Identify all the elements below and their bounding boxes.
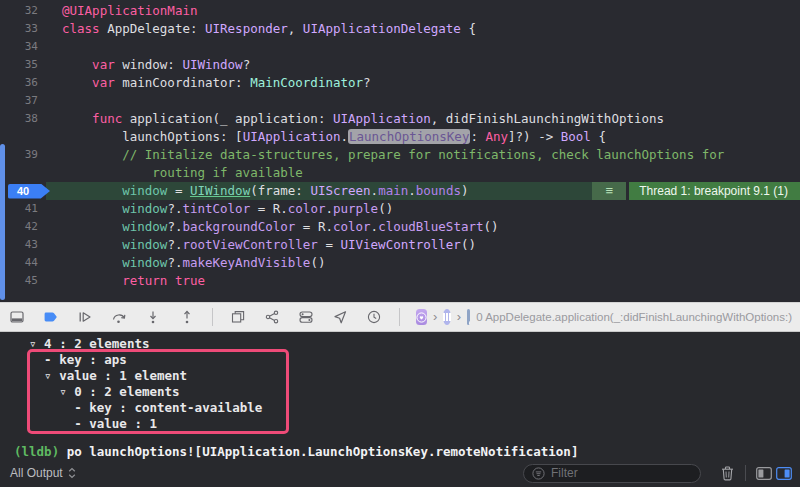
source-change-indicator-bar (0, 144, 5, 300)
stack-frame-label[interactable]: 0 AppDelegate.application(_:didFinishLau… (476, 311, 792, 323)
code-line[interactable]: 41 window?.tintColor = R.color.purple() (0, 200, 800, 218)
code-text: window?.backgroundColor = R.color.cloudB… (46, 218, 499, 236)
line-number[interactable]: 33 (0, 20, 46, 38)
console-output-line: ▿ value : 1 element (14, 368, 800, 384)
line-number[interactable]: 44 (0, 254, 46, 272)
filter-icon (532, 467, 545, 480)
code-line[interactable]: 36 var mainCoordinator: MainCoordinator? (0, 74, 800, 92)
toggle-console-view-button[interactable] (774, 463, 794, 483)
code-text: window?.tintColor = R.color.purple() (46, 200, 393, 218)
line-number[interactable] (0, 128, 46, 146)
updown-chevron-icon (68, 467, 76, 479)
right-panel-icon (776, 467, 792, 480)
line-number[interactable]: 41 (0, 200, 46, 218)
code-line[interactable]: 32@UIApplicationMain (0, 2, 800, 20)
console-output-line: - key : aps (14, 352, 800, 368)
lldb-command-line[interactable]: (lldb) po launchOptions![UIApplication.L… (14, 444, 800, 460)
code-line[interactable]: 35 var window: UIWindow? (0, 56, 800, 74)
code-line[interactable]: routing if available (0, 164, 800, 182)
variable-tree-output: ▿ 4 : 2 elements - key : aps ▿ value : 1… (14, 336, 800, 432)
breakpoint-indicator[interactable]: 40 (8, 184, 50, 199)
code-text (46, 38, 62, 56)
toggle-variables-view-button[interactable] (754, 463, 774, 483)
thread-breakpoint-badge: Thread 1: breakpoint 9.1 (1) (629, 182, 800, 200)
code-text: launchOptions: [UIApplication.LaunchOpti… (46, 128, 606, 146)
toolbar-divider (212, 308, 213, 326)
lldb-prompt: (lldb) (14, 444, 59, 459)
continue-execution-button[interactable] (76, 308, 94, 326)
code-text: var window: UIWindow? (46, 56, 250, 74)
line-number[interactable]: 37 (0, 92, 46, 110)
debug-view-hierarchy-button[interactable] (229, 308, 247, 326)
app-icon[interactable] (416, 309, 427, 325)
code-line[interactable]: 40 window = UIWindow(frame: UIScreen.mai… (0, 182, 800, 200)
code-text: routing if available (46, 164, 303, 182)
console-output-line: - value : 1 (14, 416, 800, 432)
line-number[interactable]: 42 (0, 218, 46, 236)
bottom-bar-divider (745, 465, 746, 481)
code-text: // Initalize data-structures, prepare fo… (46, 146, 724, 164)
console-bottom-bar: All Output Filter (0, 459, 800, 487)
code-line[interactable]: 45 return true (0, 272, 800, 290)
line-number[interactable]: 36 (0, 74, 46, 92)
code-text: class AppDelegate: UIResponder, UIApplic… (46, 20, 476, 38)
stack-frame-icon[interactable] (467, 309, 470, 325)
line-number[interactable]: 32 (0, 2, 46, 20)
code-text: var mainCoordinator: MainCoordinator? (46, 74, 371, 92)
code-line[interactable]: launchOptions: [UIApplication.LaunchOpti… (0, 128, 800, 146)
clock-button[interactable] (365, 308, 383, 326)
console-output-line: - key : content-available (14, 400, 800, 416)
hide-debug-area-button[interactable] (8, 308, 26, 326)
code-line[interactable]: 43 window?.rootViewController = UIViewCo… (0, 236, 800, 254)
output-scope-label: All Output (10, 466, 63, 480)
console-filter-field[interactable]: Filter (523, 464, 701, 483)
code-text: func application(_ application: UIApplic… (46, 110, 664, 128)
code-lines: 32@UIApplicationMain33class AppDelegate:… (0, 0, 800, 290)
code-line[interactable]: 38 func application(_ application: UIApp… (0, 110, 800, 128)
code-text: window?.rootViewController = UIViewContr… (46, 236, 476, 254)
line-number[interactable]: 34 (0, 38, 46, 56)
line-number[interactable]: 39 (0, 146, 46, 164)
step-into-button[interactable] (144, 308, 162, 326)
breakpoint-actions-chip[interactable]: ≡ (592, 182, 626, 200)
chevron-right-icon: › (433, 309, 437, 325)
trash-icon (721, 466, 734, 481)
code-line[interactable]: 37 (0, 92, 800, 110)
debug-memory-graph-button[interactable] (263, 308, 281, 326)
code-text: window = UIWindow(frame: UIScreen.main.b… (46, 182, 592, 200)
step-over-button[interactable] (110, 308, 128, 326)
simulate-location-button[interactable] (331, 308, 349, 326)
step-out-button[interactable] (178, 308, 196, 326)
clear-console-button[interactable] (717, 463, 737, 483)
line-number[interactable]: 40 (0, 182, 46, 200)
code-text (46, 92, 62, 110)
thread-icon[interactable] (443, 309, 451, 325)
line-number[interactable] (0, 164, 46, 182)
lldb-command-text: po launchOptions![UIApplication.LaunchOp… (59, 444, 578, 459)
line-number[interactable]: 35 (0, 56, 46, 74)
output-scope-selector[interactable]: All Output (10, 466, 76, 480)
code-editor[interactable]: 32@UIApplicationMain33class AppDelegate:… (0, 0, 800, 302)
line-number[interactable]: 45 (0, 272, 46, 290)
left-panel-icon (756, 467, 772, 480)
code-text: window?.makeKeyAndVisible() (46, 254, 325, 272)
console-output-line: ▿ 0 : 2 elements (14, 384, 800, 400)
code-line[interactable]: 34 (0, 38, 800, 56)
code-text: @UIApplicationMain (46, 2, 197, 20)
chevron-right-icon: › (457, 309, 461, 325)
toolbar-divider (399, 308, 400, 326)
xcode-debug-window: 32@UIApplicationMain33class AppDelegate:… (0, 0, 800, 487)
code-text: return true (46, 272, 205, 290)
debug-console[interactable]: ▿ 4 : 2 elements - key : aps ▿ value : 1… (0, 332, 800, 459)
code-line[interactable]: 39 // Initalize data-structures, prepare… (0, 146, 800, 164)
breakpoints-toggle-button[interactable] (42, 308, 60, 326)
environment-overrides-button[interactable] (297, 308, 315, 326)
filter-placeholder: Filter (551, 466, 578, 480)
code-line[interactable]: 42 window?.backgroundColor = R.color.clo… (0, 218, 800, 236)
debug-jump-bar: › › 0 AppDelegate.application(_:didFinis… (416, 309, 792, 325)
line-number[interactable]: 43 (0, 236, 46, 254)
code-line[interactable]: 44 window?.makeKeyAndVisible() (0, 254, 800, 272)
line-number[interactable]: 38 (0, 110, 46, 128)
debug-toolbar: › › 0 AppDelegate.application(_:didFinis… (0, 302, 800, 332)
code-line[interactable]: 33class AppDelegate: UIResponder, UIAppl… (0, 20, 800, 38)
